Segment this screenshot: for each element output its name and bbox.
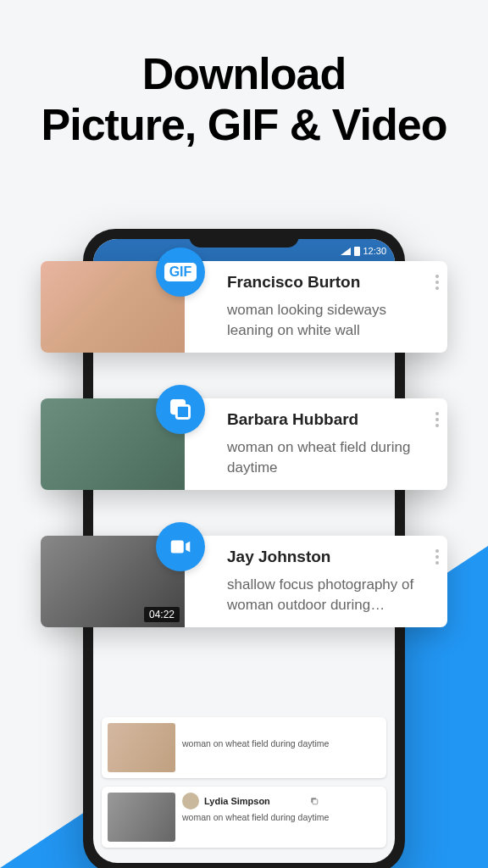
feed-thumbnail — [108, 793, 175, 842]
media-card-gif[interactable]: GIF Francisco Burton woman looking sidew… — [41, 261, 447, 353]
phone-notch — [189, 229, 299, 248]
media-author: Jay Johnston — [227, 548, 422, 566]
video-duration: 04:22 — [144, 607, 180, 622]
signal-icon — [341, 248, 351, 255]
media-author: Francisco Burton — [227, 273, 422, 292]
media-description: woman looking sideways leaning on white … — [227, 300, 422, 341]
background-feed: woman on wheat field during daytime Lydi… — [93, 710, 395, 863]
feed-thumbnail — [108, 723, 175, 772]
svg-rect-3 — [176, 405, 189, 418]
gif-badge: GIF — [156, 248, 205, 297]
feed-card[interactable]: woman on wheat field during daytime — [102, 717, 386, 778]
stack-badge — [156, 385, 205, 434]
more-icon[interactable] — [435, 275, 439, 290]
media-description: shallow focus photography of woman outdo… — [227, 575, 422, 615]
media-card-video[interactable]: 04:22 Jay Johnston shallow focus photogr… — [41, 536, 447, 627]
feed-description: woman on wheat field during daytime — [182, 738, 370, 750]
feed-description: woman on wheat field during daytime — [182, 812, 370, 824]
status-time: 12:30 — [363, 246, 386, 256]
heading-line2: Picture, GIF & Video — [17, 100, 471, 151]
feed-author: Lydia Simpson — [204, 796, 270, 806]
media-card-picture[interactable]: Barbara Hubbard woman on wheat field dur… — [41, 398, 447, 490]
stack-icon — [308, 795, 320, 807]
svg-rect-1 — [313, 799, 318, 804]
media-author: Barbara Hubbard — [227, 410, 422, 429]
video-badge — [156, 522, 205, 571]
media-description: woman on wheat field during daytime — [227, 437, 422, 478]
promo-heading: Download Picture, GIF & Video — [0, 0, 488, 151]
battery-icon — [354, 247, 360, 256]
more-icon[interactable] — [435, 549, 439, 565]
more-icon[interactable] — [435, 412, 439, 427]
svg-rect-4 — [171, 541, 184, 554]
feed-card[interactable]: Lydia Simpson woman on wheat field durin… — [102, 787, 386, 848]
avatar — [182, 793, 199, 810]
heading-line1: Download — [17, 49, 471, 100]
